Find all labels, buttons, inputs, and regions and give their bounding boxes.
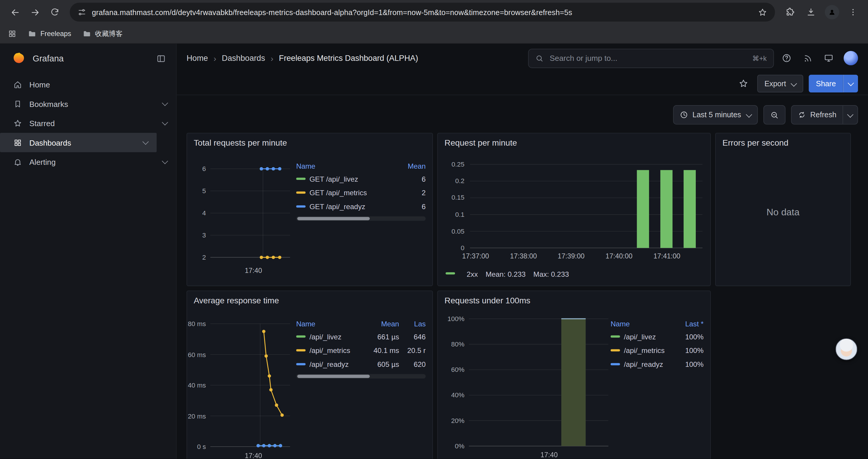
sidebar-nav: Home Bookmarks Starred Dashboards	[0, 75, 176, 172]
breadcrumb-home[interactable]: Home	[186, 54, 208, 63]
panel-title[interactable]: Errors per second	[716, 133, 850, 150]
y-tick-label: 60 ms	[188, 351, 206, 358]
site-settings-icon[interactable]	[78, 8, 86, 17]
scrollbar-thumb[interactable]	[297, 217, 370, 220]
chevron-down-icon[interactable]	[162, 119, 168, 125]
grafana-logo[interactable]	[12, 52, 27, 66]
legend-scrollbar[interactable]	[296, 374, 426, 379]
assistant-avatar-button[interactable]	[835, 338, 857, 360]
bookmark-folder-freeleaps[interactable]: Freeleaps	[28, 29, 71, 38]
panel-legend: 2xx Mean: 0.233 Max: 0.233	[445, 270, 569, 278]
total-requests-chart[interactable]: 65432 17:40	[191, 150, 294, 280]
bookmark-icon	[13, 99, 22, 108]
plot-area[interactable]	[469, 319, 608, 446]
sidebar-item-bookmarks[interactable]: Bookmarks	[0, 94, 176, 114]
sidebar: Grafana Home Bookmarks Starred	[0, 44, 177, 459]
scrollbar-thumb[interactable]	[297, 374, 370, 378]
legend-scrollbar[interactable]	[296, 217, 426, 221]
breadcrumb-dashboards[interactable]: Dashboards	[222, 54, 265, 63]
sidebar-item-dashboards[interactable]: Dashboards	[0, 133, 157, 153]
request-per-minute-chart[interactable]: 0.250.20.150.10.050 17:37:0017:38:0017:3…	[442, 150, 707, 282]
profile-avatar-icon	[825, 5, 839, 20]
sidebar-item-label: Home	[29, 80, 50, 89]
share-split-button: Share	[809, 75, 858, 93]
reload-button[interactable]	[45, 3, 64, 22]
legend-column-header[interactable]: Name	[611, 318, 670, 330]
legend-column-header[interactable]: Last *	[675, 318, 704, 330]
back-button[interactable]	[6, 3, 25, 22]
news-button[interactable]	[800, 50, 816, 66]
panel-title[interactable]: Requests under 100ms	[438, 291, 710, 307]
user-avatar[interactable]	[844, 51, 858, 65]
series-value: 6	[397, 172, 426, 186]
series-name[interactable]: /api/_readyz	[296, 357, 360, 371]
zoom-out-button[interactable]	[763, 105, 785, 125]
share-button[interactable]: Share	[809, 75, 843, 93]
plot-area[interactable]	[210, 324, 290, 447]
plot-area[interactable]	[470, 164, 703, 248]
avg-response-chart[interactable]: 80 ms60 ms40 ms20 ms0 s 17:40	[191, 307, 294, 459]
apps-grid-icon[interactable]	[8, 29, 17, 38]
legend-column-header[interactable]: Name	[296, 160, 392, 172]
bookmark-star-icon[interactable]	[758, 7, 767, 17]
folder-icon	[28, 29, 37, 38]
series-name[interactable]: GET /api/_readyz	[296, 200, 392, 214]
plot-area[interactable]	[210, 169, 290, 257]
share-label: Share	[816, 79, 836, 88]
series-name[interactable]: /api/_livez	[611, 330, 670, 344]
search-bar[interactable]: ⌘+k	[528, 48, 774, 68]
panel-title[interactable]: Total requests per minute	[187, 133, 432, 150]
panel-total-requests-per-minute: Total requests per minute 65432 17:40 Na…	[186, 133, 433, 286]
under-100ms-chart[interactable]: 100%80%60%40%20%0% 17:40	[442, 307, 608, 459]
series-name[interactable]: GET /api/_metrics	[296, 186, 392, 200]
chevron-down-icon[interactable]	[162, 158, 168, 164]
panel-body: 0.250.20.150.10.050 17:37:0017:38:0017:3…	[438, 150, 710, 282]
refresh-interval-button[interactable]	[843, 106, 858, 124]
time-range-button[interactable]: Last 5 minutes	[673, 105, 757, 125]
series-name[interactable]: /api/_readyz	[611, 357, 670, 371]
url-bar[interactable]: grafana.mathmast.com/d/deytv4rwavabkb/fr…	[70, 3, 775, 22]
series-name[interactable]: /api/_livez	[296, 330, 360, 344]
url-text[interactable]: grafana.mathmast.com/d/deytv4rwavabkb/fr…	[92, 8, 752, 16]
sidebar-item-starred[interactable]: Starred	[0, 113, 176, 133]
series-value: 20.5 r	[404, 344, 426, 358]
bookmark-folder-blogs[interactable]: 收藏博客	[82, 29, 123, 38]
screen-button[interactable]	[820, 50, 837, 66]
collapse-sidebar-icon[interactable]	[156, 54, 166, 64]
bookmark-label: Freeleaps	[40, 30, 71, 37]
search-input[interactable]	[549, 53, 747, 63]
forward-button[interactable]	[25, 3, 44, 22]
extensions-button[interactable]	[780, 3, 800, 22]
panel-title[interactable]: Request per minute	[438, 133, 710, 150]
chevron-down-icon[interactable]	[162, 100, 168, 106]
export-button[interactable]: Export	[757, 75, 803, 93]
series-name[interactable]: GET /api/_livez	[296, 172, 392, 186]
panel-title[interactable]: Average response time	[187, 291, 432, 307]
chevron-down-icon[interactable]	[143, 138, 149, 144]
chevron-down-icon	[847, 111, 853, 117]
browser-menu-button[interactable]	[844, 3, 863, 22]
series-name[interactable]: /api/_metrics	[611, 344, 670, 358]
legend-column-header[interactable]: Mean	[397, 160, 426, 172]
legend-column-header[interactable]: Name	[296, 318, 360, 330]
x-tick-label: 17:41:00	[653, 252, 680, 260]
profile-button[interactable]	[823, 3, 841, 22]
downloads-button[interactable]	[802, 3, 820, 22]
refresh-button[interactable]: Refresh	[792, 106, 843, 124]
series-color-dash	[296, 192, 306, 194]
series-name[interactable]: /api/_metrics	[296, 344, 360, 358]
legend-column-header[interactable]: Las	[404, 318, 426, 330]
main-area: Home › Dashboards › Freeleaps Metrics Da…	[177, 44, 868, 459]
dashboards-grid-icon	[13, 138, 22, 147]
dashboard-canvas: Last 5 minutes Refresh	[177, 95, 868, 459]
favorite-dashboard-button[interactable]	[735, 75, 752, 92]
series-name[interactable]: 2xx	[467, 270, 478, 278]
help-button[interactable]	[778, 50, 795, 66]
sidebar-item-alerting[interactable]: Alerting	[0, 152, 176, 172]
y-tick-label: 20 ms	[188, 412, 206, 420]
legend-column-header[interactable]: Mean	[365, 318, 399, 330]
series-color-dash	[611, 335, 620, 338]
sidebar-item-home[interactable]: Home	[0, 75, 176, 94]
share-menu-button[interactable]	[843, 75, 858, 93]
bookmark-label: 收藏博客	[95, 29, 123, 38]
